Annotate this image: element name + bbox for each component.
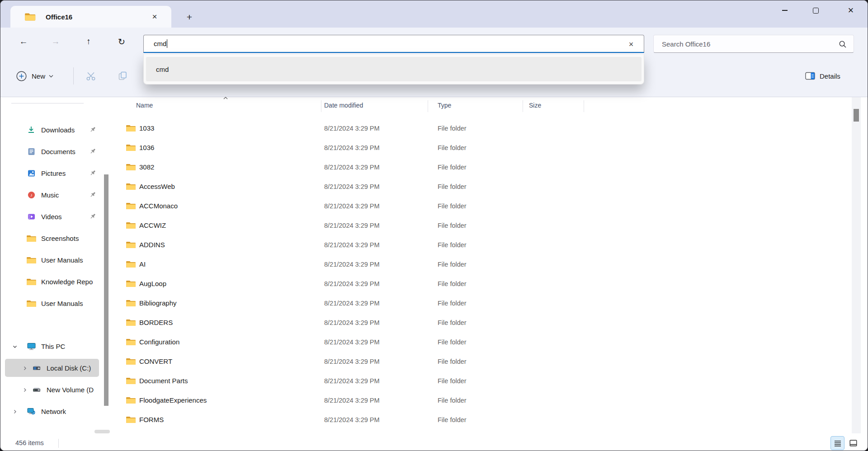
text-caret: [167, 39, 167, 48]
column-header-type[interactable]: Type: [438, 102, 451, 109]
file-date-modified: 8/21/2024 3:29 PM: [324, 202, 380, 210]
file-row[interactable]: 3082 8/21/2024 3:29 PM File folder: [111, 158, 848, 177]
details-button-label: Details: [820, 72, 840, 80]
suggestion-label: cmd: [156, 66, 169, 73]
chevron-right-icon[interactable]: [22, 386, 28, 395]
sidebar-item-pictures[interactable]: Pictures: [5, 164, 99, 182]
back-button[interactable]: ←: [15, 33, 32, 50]
file-type: File folder: [438, 416, 467, 423]
pin-icon: [89, 191, 96, 200]
column-header-name[interactable]: Name: [136, 102, 153, 109]
sidebar-item-documents[interactable]: Documents: [5, 142, 99, 160]
file-row[interactable]: Bibliography 8/21/2024 3:29 PM File fold…: [111, 294, 848, 313]
file-row[interactable]: FloodgateExperiences 8/21/2024 3:29 PM F…: [111, 391, 848, 410]
file-row[interactable]: ADDINS 8/21/2024 3:29 PM File folder: [111, 235, 848, 255]
sidebar-item-music[interactable]: ♪ Music: [5, 186, 99, 204]
sidebar-scrollbar[interactable]: [104, 97, 109, 433]
sidebar-item-label: Documents: [41, 148, 75, 155]
sidebar-item-new-volume-d[interactable]: New Volume (D: [5, 381, 99, 399]
pin-icon: [89, 126, 96, 135]
sidebar-item-local-disk-c[interactable]: Local Disk (C:): [5, 359, 99, 377]
minimize-button[interactable]: [774, 0, 795, 20]
tab-close-icon[interactable]: ×: [148, 10, 161, 23]
file-type: File folder: [438, 300, 467, 307]
vertical-scrollbar[interactable]: [852, 97, 861, 433]
details-view-button[interactable]: [830, 436, 844, 450]
maximize-icon: [813, 8, 819, 14]
folder-icon: [126, 163, 136, 171]
column-separator[interactable]: [428, 100, 428, 112]
column-separator[interactable]: [321, 100, 321, 112]
file-row[interactable]: 1036 8/21/2024 3:29 PM File folder: [111, 138, 848, 158]
cut-button[interactable]: [82, 67, 100, 85]
chevron-right-icon[interactable]: [12, 408, 18, 416]
sidebar-item-downloads[interactable]: Downloads: [5, 121, 99, 139]
file-row[interactable]: Document Parts 8/21/2024 3:29 PM File fo…: [111, 371, 848, 391]
file-row[interactable]: BORDERS 8/21/2024 3:29 PM File folder: [111, 313, 848, 333]
up-button[interactable]: ↑: [80, 33, 97, 50]
folder-icon: [126, 338, 136, 346]
copy-button[interactable]: [113, 67, 132, 85]
file-row[interactable]: FORMS 8/21/2024 3:29 PM File folder: [111, 410, 848, 430]
navigation-pane: Downloads Documents Pictures ♪ Music: [0, 97, 111, 435]
chevron-right-icon[interactable]: [22, 365, 28, 373]
file-type: File folder: [438, 222, 467, 229]
pin-icon: [89, 148, 96, 157]
maximize-button[interactable]: [805, 0, 826, 20]
sort-ascending-icon: [223, 96, 228, 100]
close-button[interactable]: ×: [837, 0, 865, 20]
forward-button[interactable]: →: [47, 33, 64, 50]
search-input[interactable]: [661, 40, 830, 48]
folder-icon: [26, 300, 37, 307]
scissors-icon: [85, 70, 96, 81]
tab-office16[interactable]: Office16 ×: [10, 6, 171, 28]
sidebar-item-knowledge-repo[interactable]: Knowledge Repo: [5, 272, 99, 291]
sidebar-divider: [11, 103, 84, 103]
new-button[interactable]: New: [16, 67, 53, 85]
column-headers: Name Date modified Type Size: [111, 97, 868, 115]
column-separator[interactable]: [584, 100, 584, 112]
sidebar-item-user-manuals-2[interactable]: User Manuals: [5, 294, 99, 312]
column-separator[interactable]: [523, 100, 523, 112]
sidebar-horizontal-scrollbar-thumb[interactable]: [94, 430, 110, 433]
address-input[interactable]: cmd ×: [143, 35, 644, 53]
file-date-modified: 8/21/2024 3:29 PM: [324, 358, 380, 365]
sidebar-item-this-pc[interactable]: This PC: [5, 337, 99, 355]
file-type: File folder: [438, 125, 467, 132]
search-box[interactable]: [653, 35, 854, 53]
file-row[interactable]: ACCMonaco 8/21/2024 3:29 PM File folder: [111, 197, 848, 216]
pin-icon: [89, 213, 96, 222]
file-type: File folder: [438, 280, 467, 287]
suggestion-item[interactable]: cmd: [146, 57, 642, 81]
folder-icon: [126, 183, 136, 190]
file-name: AugLoop: [139, 280, 166, 287]
file-row[interactable]: Configuration 8/21/2024 3:29 PM File fol…: [111, 333, 848, 352]
file-rows: 1033 8/21/2024 3:29 PM File folder 1036 …: [111, 119, 848, 430]
file-row[interactable]: ACCWIZ 8/21/2024 3:29 PM File folder: [111, 216, 848, 235]
file-row[interactable]: CONVERT 8/21/2024 3:29 PM File folder: [111, 352, 848, 371]
pictures-icon: [26, 169, 37, 177]
new-tab-button[interactable]: +: [183, 10, 196, 24]
column-header-date-modified[interactable]: Date modified: [324, 102, 363, 109]
column-header-size[interactable]: Size: [529, 102, 541, 109]
file-row[interactable]: 1033 8/21/2024 3:29 PM File folder: [111, 119, 848, 138]
file-row[interactable]: AccessWeb 8/21/2024 3:29 PM File folder: [111, 177, 848, 197]
chevron-down-icon[interactable]: [12, 343, 18, 351]
details-button[interactable]: Details: [805, 67, 840, 85]
refresh-button[interactable]: ↻: [113, 33, 130, 50]
minimize-icon: [782, 10, 788, 11]
sidebar-item-screenshots[interactable]: Screenshots: [5, 229, 99, 247]
folder-icon: [126, 221, 136, 229]
large-icons-view-button[interactable]: [846, 436, 860, 450]
file-row[interactable]: AugLoop 8/21/2024 3:29 PM File folder: [111, 274, 848, 294]
clear-address-icon[interactable]: ×: [625, 38, 637, 51]
sidebar-item-network[interactable]: Network: [5, 402, 99, 420]
file-name: ADDINS: [139, 241, 165, 249]
sidebar-scrollbar-thumb[interactable]: [104, 174, 108, 406]
file-row[interactable]: AI 8/21/2024 3:29 PM File folder: [111, 255, 848, 274]
file-type: File folder: [438, 358, 467, 365]
vertical-scrollbar-thumb[interactable]: [854, 109, 859, 122]
sidebar-item-user-manuals[interactable]: User Manuals: [5, 251, 99, 269]
file-name: AccessWeb: [139, 183, 175, 190]
sidebar-item-videos[interactable]: Videos: [5, 207, 99, 226]
